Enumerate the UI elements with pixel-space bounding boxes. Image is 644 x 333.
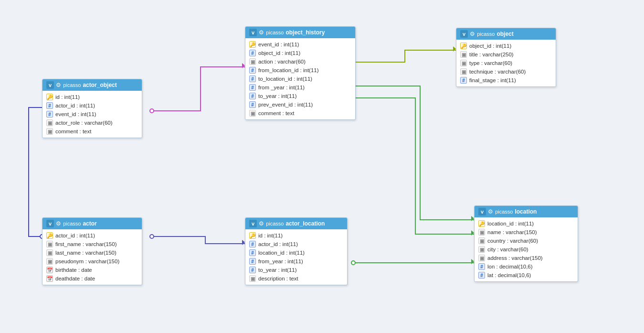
- table-row: ▣action : varchar(60): [245, 57, 355, 66]
- table-actor[interactable]: v ⚙ picasso actor 🔑actor_id : int(11) ▣f…: [42, 217, 142, 285]
- hash-icon: #: [460, 77, 467, 84]
- table-row: 🔑id : int(11): [42, 93, 142, 101]
- svg-point-12: [351, 261, 355, 265]
- table-row: 🔑actor_id : int(11): [42, 231, 142, 240]
- db-icon: ▣: [249, 275, 256, 282]
- gear-icon: ⚙: [56, 220, 61, 227]
- table-body: 🔑object_id : int(11) ▣title : varchar(25…: [456, 40, 556, 86]
- diagram-canvas: v ⚙ picasso object_history 🔑event_id : i…: [0, 0, 644, 333]
- table-row: ▣country : varchar(60): [475, 236, 578, 245]
- schema-name: picasso: [63, 82, 81, 88]
- collapse-button[interactable]: v: [46, 220, 54, 227]
- table-row: ▣actor_role : varchar(60): [42, 118, 142, 127]
- collapse-button[interactable]: v: [460, 30, 468, 38]
- gear-icon: ⚙: [488, 208, 493, 215]
- gear-icon: ⚙: [259, 29, 264, 36]
- table-row: #to_year : int(11): [245, 92, 355, 100]
- table-row: #lon : decimal(10,6): [475, 262, 578, 271]
- table-row: ▣description : text: [245, 274, 347, 283]
- table-name: actor: [83, 220, 96, 227]
- collapse-button[interactable]: v: [46, 81, 54, 89]
- table-row: 🔑object_id : int(11): [456, 42, 556, 50]
- hash-icon: #: [249, 267, 256, 273]
- table-actor-location[interactable]: v ⚙ picasso actor_location 🔑id : int(11)…: [245, 217, 348, 285]
- key-icon: 🔑: [46, 94, 53, 100]
- key-icon: 🔑: [249, 41, 256, 48]
- schema-name: picasso: [495, 209, 513, 215]
- table-row: #event_id : int(11): [42, 110, 142, 118]
- db-icon: ▣: [46, 241, 53, 247]
- table-row: #from_year : int(11): [245, 257, 347, 266]
- table-row: ▣comment : text: [42, 127, 142, 136]
- table-row: 📅deathdate : date: [42, 274, 142, 283]
- collapse-button[interactable]: v: [249, 220, 257, 227]
- key-icon: 🔑: [46, 232, 53, 239]
- table-row: #actor_id : int(11): [42, 101, 142, 110]
- table-row: #to_location_id : int(11): [245, 75, 355, 83]
- svg-point-0: [150, 109, 154, 113]
- table-name: location: [515, 208, 537, 215]
- db-icon: ▣: [478, 237, 485, 244]
- table-row: #location_id : int(11): [245, 248, 347, 257]
- table-body: 🔑event_id : int(11) #object_id : int(11)…: [245, 38, 355, 119]
- table-header-object: v ⚙ picasso object: [456, 28, 556, 40]
- collapse-button[interactable]: v: [478, 208, 486, 215]
- hash-icon: #: [249, 50, 256, 56]
- table-name: actor_location: [285, 220, 325, 227]
- schema-name: picasso: [477, 31, 495, 37]
- table-name: object_history: [285, 29, 325, 36]
- table-row: 📅birthdate : date: [42, 266, 142, 274]
- hash-icon: #: [478, 272, 485, 279]
- table-object-history[interactable]: v ⚙ picasso object_history 🔑event_id : i…: [245, 26, 356, 120]
- table-header-actor-location: v ⚙ picasso actor_location: [245, 218, 347, 229]
- db-icon: ▣: [46, 128, 53, 135]
- table-body: 🔑actor_id : int(11) ▣first_name : varcha…: [42, 229, 142, 285]
- hash-icon: #: [249, 258, 256, 265]
- table-row: ▣name : varchar(150): [475, 228, 578, 236]
- hash-icon: #: [46, 102, 53, 109]
- table-row: ▣address : varchar(150): [475, 254, 578, 262]
- table-row: 🔑id : int(11): [245, 231, 347, 240]
- svg-point-10: [150, 235, 154, 238]
- db-icon: ▣: [478, 246, 485, 253]
- hash-icon: #: [478, 263, 485, 270]
- table-actor-object[interactable]: v ⚙ picasso actor_object 🔑id : int(11) #…: [42, 79, 142, 138]
- schema-name: picasso: [266, 221, 284, 226]
- key-icon: 🔑: [249, 232, 256, 239]
- table-name: object: [496, 31, 513, 37]
- db-icon: ▣: [46, 249, 53, 256]
- table-header-actor: v ⚙ picasso actor: [42, 218, 142, 229]
- table-location[interactable]: v ⚙ picasso location 🔑location_id : int(…: [474, 205, 578, 282]
- table-header-object-history: v ⚙ picasso object_history: [245, 27, 355, 38]
- table-row: ▣type : varchar(60): [456, 59, 556, 67]
- table-row: ▣technique : varchar(60): [456, 67, 556, 76]
- db-icon: ▣: [46, 119, 53, 126]
- table-row: #prev_event_id : int(11): [245, 100, 355, 109]
- table-row: ▣title : varchar(250): [456, 50, 556, 59]
- db-icon: ▣: [478, 229, 485, 236]
- db-icon: ▣: [249, 110, 256, 117]
- table-row: #final_stage : int(11): [456, 76, 556, 85]
- table-object[interactable]: v ⚙ picasso object 🔑object_id : int(11) …: [456, 28, 556, 87]
- table-row: #object_id : int(11): [245, 49, 355, 57]
- table-row: 🔑location_id : int(11): [475, 219, 578, 228]
- table-header-actor-object: v ⚙ picasso actor_object: [42, 79, 142, 91]
- table-row: ▣last_name : varchar(150): [42, 248, 142, 257]
- gear-icon: ⚙: [259, 220, 264, 227]
- cal-icon: 📅: [46, 275, 53, 282]
- collapse-button[interactable]: v: [249, 29, 257, 36]
- table-row: #to_year : int(11): [245, 266, 347, 274]
- db-icon: ▣: [46, 258, 53, 265]
- table-row: ▣pseudonym : varchar(150): [42, 257, 142, 266]
- table-row: #from _year : int(11): [245, 83, 355, 92]
- table-body: 🔑location_id : int(11) ▣name : varchar(1…: [475, 217, 578, 281]
- table-row: #from_location_id : int(11): [245, 66, 355, 75]
- table-body: 🔑id : int(11) #actor_id : int(11) #event…: [42, 91, 142, 138]
- cal-icon: 📅: [46, 267, 53, 273]
- gear-icon: ⚙: [56, 82, 61, 88]
- table-row: #actor_id : int(11): [245, 240, 347, 248]
- hash-icon: #: [249, 67, 256, 74]
- hash-icon: #: [249, 93, 256, 99]
- gear-icon: ⚙: [470, 31, 475, 37]
- table-body: 🔑id : int(11) #actor_id : int(11) #locat…: [245, 229, 347, 285]
